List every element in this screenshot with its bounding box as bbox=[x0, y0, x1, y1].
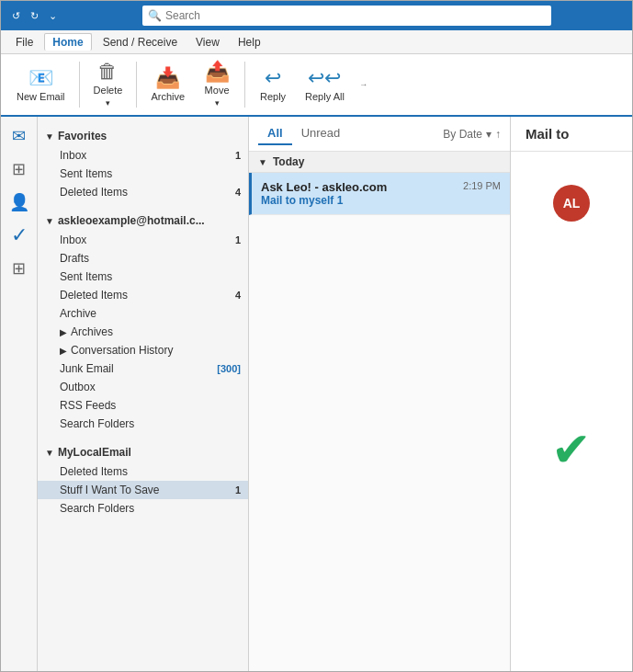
menu-view[interactable]: View bbox=[188, 34, 227, 51]
archive-icon: 📥 bbox=[155, 68, 180, 88]
local-group[interactable]: ▼ MyLocalEmail bbox=[38, 440, 248, 462]
more-title-button[interactable]: ⌄ bbox=[45, 8, 60, 23]
sidebar-item-deleted-fav[interactable]: Deleted Items 4 bbox=[38, 183, 248, 201]
menu-send-receive[interactable]: Send / Receive bbox=[96, 34, 185, 51]
menu-bar: File Home Send / Receive View Help bbox=[1, 30, 632, 54]
mail-to-label: Mail to bbox=[526, 126, 570, 142]
title-bar: ↺ ↻ ⌄ 🔍 bbox=[1, 1, 632, 30]
menu-home[interactable]: Home bbox=[44, 33, 91, 51]
search-icon: 🔍 bbox=[148, 9, 162, 22]
delete-icon: 🗑 bbox=[97, 62, 118, 82]
favorites-label: Favorites bbox=[58, 130, 107, 142]
sort-dropdown-icon[interactable]: ▾ bbox=[486, 128, 492, 141]
sidebar-item-local-search[interactable]: Search Folders bbox=[38, 499, 248, 518]
local-label: MyLocalEmail bbox=[58, 446, 131, 459]
tab-unread[interactable]: Unread bbox=[292, 122, 350, 145]
sidebar-item-archive[interactable]: Archive bbox=[38, 304, 248, 323]
checkmark-area: ✔ bbox=[551, 240, 592, 658]
sort-direction-icon[interactable]: ↑ bbox=[495, 128, 501, 141]
email-list: All Unread By Date ▾ ↑ ▼ Today Ask Leo! … bbox=[249, 117, 511, 672]
archive-button[interactable]: 📥 Archive bbox=[142, 59, 193, 110]
date-header-today: ▼ Today bbox=[249, 152, 510, 173]
new-email-icon: 📧 bbox=[28, 68, 53, 88]
email-item-0[interactable]: Ask Leo! - askleo.com 2:19 PM Mail to my… bbox=[249, 173, 510, 215]
search-input[interactable] bbox=[165, 9, 546, 22]
move-button[interactable]: 📤 Move ▾ bbox=[195, 59, 239, 110]
reply-all-button[interactable]: ↩↩ Reply All bbox=[297, 59, 353, 110]
sidebar-item-junk[interactable]: Junk Email [300] bbox=[38, 359, 248, 378]
iconbar-notes[interactable]: ⊞ bbox=[4, 253, 35, 284]
email-sender: Ask Leo! - askleo.com bbox=[261, 180, 387, 194]
menu-help[interactable]: Help bbox=[231, 34, 268, 51]
move-icon: 📤 bbox=[205, 62, 230, 82]
iconbar-mail[interactable]: ✉ bbox=[4, 120, 35, 152]
account-arrow: ▼ bbox=[45, 216, 54, 226]
reply-all-icon: ↩↩ bbox=[308, 68, 341, 88]
sidebar-item-inbox[interactable]: Inbox 1 bbox=[38, 231, 248, 249]
move-dropdown-arrow[interactable]: ▾ bbox=[215, 98, 220, 108]
iconbar-calendar[interactable]: ⊞ bbox=[4, 154, 35, 185]
ribbon-separator-2 bbox=[136, 62, 137, 108]
delete-button[interactable]: 🗑 Delete ▾ bbox=[85, 59, 131, 110]
iconbar-tasks[interactable]: ✓ bbox=[4, 220, 35, 251]
icon-bar: ✉ ⊞ 👤 ✓ ⊞ bbox=[1, 117, 38, 672]
date-header-arrow: ▼ bbox=[258, 157, 267, 167]
delete-dropdown-arrow[interactable]: ▾ bbox=[106, 98, 110, 108]
sort-control[interactable]: By Date ▾ ↑ bbox=[443, 128, 501, 141]
checkmark-icon: ✔ bbox=[551, 422, 592, 477]
sidebar-item-sent[interactable]: Sent Items bbox=[38, 268, 248, 286]
tab-all[interactable]: All bbox=[258, 122, 292, 145]
ribbon-more-button[interactable]: → bbox=[355, 59, 373, 110]
local-arrow: ▼ bbox=[45, 448, 54, 458]
favorites-group[interactable]: ▼ Favorites bbox=[38, 124, 248, 146]
sidebar-item-outbox[interactable]: Outbox bbox=[38, 378, 248, 396]
email-subject: Mail to myself 1 bbox=[261, 194, 501, 207]
new-email-button[interactable]: 📧 New Email bbox=[8, 59, 73, 110]
ribbon-separator-1 bbox=[79, 62, 80, 108]
email-list-content: ▼ Today Ask Leo! - askleo.com 2:19 PM Ma… bbox=[249, 152, 510, 672]
iconbar-contacts[interactable]: 👤 bbox=[4, 187, 35, 218]
sidebar-item-deleted[interactable]: Deleted Items 4 bbox=[38, 286, 248, 304]
undo-button[interactable]: ↺ bbox=[8, 8, 23, 23]
sidebar-item-sent-fav[interactable]: Sent Items bbox=[38, 165, 248, 183]
main-layout: ✉ ⊞ 👤 ✓ ⊞ ▼ Favorites Inbox 1 Sent Items… bbox=[1, 117, 632, 672]
account-label: askleoexample@hotmail.c... bbox=[58, 214, 205, 227]
reading-pane: Mail to AL ✔ bbox=[511, 117, 632, 672]
sidebar-item-stuff-to-save[interactable]: Stuff I Want To Save 1 bbox=[38, 481, 248, 499]
sidebar-item-search-folders[interactable]: Search Folders bbox=[38, 415, 248, 433]
reply-icon: ↩ bbox=[265, 68, 281, 88]
menu-file[interactable]: File bbox=[8, 34, 40, 51]
title-bar-controls: ↺ ↻ ⌄ bbox=[8, 8, 60, 23]
email-time: 2:19 PM bbox=[463, 180, 501, 194]
favorites-arrow: ▼ bbox=[45, 131, 54, 142]
email-row1: Ask Leo! - askleo.com 2:19 PM bbox=[261, 180, 501, 194]
reading-pane-body: AL ✔ bbox=[511, 152, 632, 672]
email-list-header: All Unread By Date ▾ ↑ bbox=[249, 117, 510, 152]
sidebar-item-rss[interactable]: RSS Feeds bbox=[38, 396, 248, 415]
search-bar[interactable]: 🔍 bbox=[142, 6, 551, 26]
sidebar: ▼ Favorites Inbox 1 Sent Items Deleted I… bbox=[38, 117, 249, 672]
sidebar-item-conv-history[interactable]: ▶ Conversation History bbox=[38, 341, 248, 359]
sidebar-item-archives[interactable]: ▶ Archives bbox=[38, 323, 248, 341]
reading-pane-header: Mail to bbox=[511, 117, 632, 152]
ribbon-separator-3 bbox=[244, 62, 245, 108]
redo-button[interactable]: ↻ bbox=[27, 8, 41, 23]
date-header-label: Today bbox=[273, 155, 304, 168]
sidebar-item-local-deleted[interactable]: Deleted Items bbox=[38, 462, 248, 481]
avatar: AL bbox=[553, 185, 590, 222]
ribbon: 📧 New Email 🗑 Delete ▾ 📥 Archive 📤 Move … bbox=[1, 54, 632, 117]
reply-button[interactable]: ↩ Reply bbox=[251, 59, 295, 110]
sidebar-item-drafts[interactable]: Drafts bbox=[38, 249, 248, 268]
sidebar-item-inbox-fav[interactable]: Inbox 1 bbox=[38, 146, 248, 165]
sort-label: By Date bbox=[443, 128, 482, 141]
account-group[interactable]: ▼ askleoexample@hotmail.c... bbox=[38, 209, 248, 231]
